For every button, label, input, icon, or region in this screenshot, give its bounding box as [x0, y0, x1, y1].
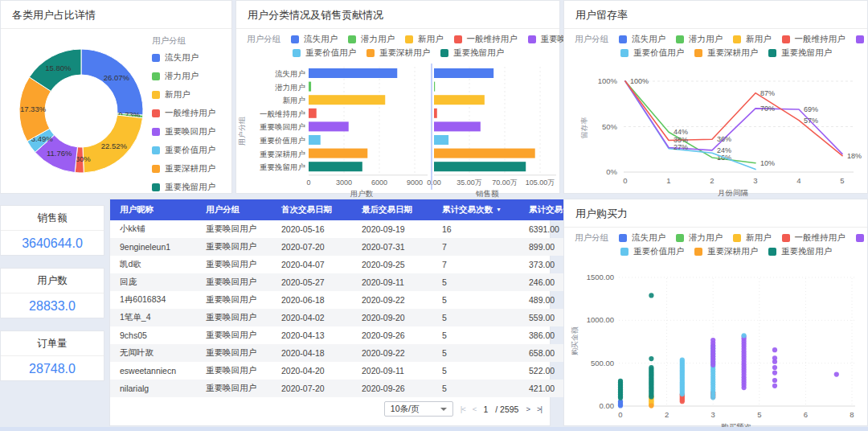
legend-item-新用户[interactable]: 新用户 [405, 34, 444, 45]
scatter-point-重要挽留用户[interactable] [618, 379, 623, 384]
legend-item-潜力用户[interactable]: 潜力用户 [348, 34, 395, 45]
scatter-point-重要价值用户[interactable] [742, 333, 747, 338]
legend-item-流失用户[interactable]: 流失用户 [619, 34, 665, 45]
bar-销售额-重要价值用户[interactable] [434, 135, 448, 145]
bar-用户数-重要唤回用户[interactable] [309, 121, 349, 131]
bar-销售额-重要挽留用户[interactable] [434, 162, 526, 171]
bar-用户数-重要深耕用户[interactable] [309, 149, 367, 158]
legend-item-重要挽留用户[interactable]: 重要挽留用户 [440, 47, 504, 59]
bars-chart[interactable]: 用户分组流失用户潜力用户新用户一般维持用户重要唤回用户重要价值用户重要深耕用户重… [236, 62, 559, 200]
legend-item-一般维持用户[interactable]: 一般维持用户 [454, 34, 518, 45]
scatter-point-重要唤回用户[interactable] [710, 338, 715, 343]
scatter-point-重要挽留用户[interactable] [649, 293, 653, 298]
legend-chip [366, 49, 375, 57]
next-page-icon[interactable]: > [526, 404, 530, 413]
legend-item-流失用户[interactable]: 流失用户 [291, 34, 338, 45]
legend-item-重要挽留用户[interactable]: 重要挽留用户 [152, 182, 215, 193]
legend-item-重要价值用户[interactable]: 重要价值用户 [293, 47, 356, 59]
legend-item-新用户[interactable]: 新用户 [152, 89, 215, 101]
svg-text:潜力用户: 潜力用户 [275, 83, 305, 92]
last-page-icon[interactable]: >| [537, 404, 542, 413]
scatter-chart[interactable]: 购买金额0.00500.001000.001500.00023568购买频次 [564, 261, 867, 431]
scatter-point-重要唤回用户[interactable] [772, 365, 777, 370]
legend-item-重要深耕用户[interactable]: 重要深耕用户 [152, 163, 215, 174]
legend-item-重要价值用户[interactable]: 重要价值用户 [152, 145, 215, 156]
scatter-point-重要挽留用户[interactable] [649, 365, 653, 370]
scatter-point-重要唤回用户[interactable] [772, 384, 777, 388]
svg-text:2: 2 [665, 410, 669, 419]
legend-item-重要挽留用户[interactable]: 重要挽留用户 [768, 47, 832, 59]
bar-销售额-重要深耕用户[interactable] [434, 149, 535, 158]
donut-chart[interactable]: 26.07%0.73%22.52%2.30%11.76%3.49%17.33%1… [1, 29, 152, 195]
table-cell: 5 [432, 291, 519, 309]
donut-slice-流失用户[interactable] [81, 49, 143, 115]
legend-item-潜力用户[interactable]: 潜力用户 [676, 34, 723, 45]
svg-text:57%: 57% [804, 117, 818, 125]
bar-用户数-重要挽留用户[interactable] [309, 162, 362, 171]
bar-销售额-流失用户[interactable] [434, 68, 493, 78]
legend-item-潜力用户[interactable]: 潜力用户 [152, 71, 215, 82]
column-header-1[interactable]: 用户昵称 [110, 199, 196, 220]
table-cell: 2020-09-19 [352, 220, 432, 238]
legend-item-重要唤回用户[interactable]: 重要唤回用户 [856, 232, 868, 244]
page-size-select[interactable]: 10条/页 [384, 401, 453, 417]
legend-item-重要唤回用户[interactable]: 重要唤回用户 [856, 34, 868, 45]
bar-销售额-一般维持用户[interactable] [434, 109, 437, 118]
bar-用户数-新用户[interactable] [309, 95, 385, 105]
bar-用户数-流失用户[interactable] [309, 68, 397, 78]
column-header-4[interactable]: 最后交易日期 [352, 199, 432, 220]
svg-text:15.80%: 15.80% [45, 64, 72, 72]
legend-item-新用户[interactable]: 新用户 [733, 232, 772, 244]
column-header-2[interactable]: 用户分组 [196, 199, 272, 220]
legend-item-一般维持用户[interactable]: 一般维持用户 [782, 232, 845, 244]
scatter-point-重要唤回用户[interactable] [772, 355, 777, 360]
legend-item-潜力用户[interactable]: 潜力用户 [676, 232, 723, 244]
bar-用户数-潜力用户[interactable] [309, 82, 311, 92]
legend-chip [293, 49, 301, 57]
bar-用户数-重要价值用户[interactable] [309, 135, 321, 145]
legend-item-一般维持用户[interactable]: 一般维持用户 [152, 108, 215, 119]
scatter-point-重要价值用户[interactable] [680, 358, 685, 363]
scatter-point-重要挽留用户[interactable] [649, 356, 653, 361]
bar-销售额-重要唤回用户[interactable] [434, 121, 481, 131]
bar-用户数-一般维持用户[interactable] [309, 109, 317, 118]
legend-chip [152, 54, 160, 62]
legend-item-新用户[interactable]: 新用户 [733, 34, 772, 45]
legend-label: 潜力用户 [689, 34, 723, 45]
bar-销售额-潜力用户[interactable] [434, 82, 435, 92]
retention-line-重要价值用户[interactable] [625, 81, 755, 170]
scatter-point-重要唤回用户[interactable] [834, 371, 839, 376]
legend-item-重要挽留用户[interactable]: 重要挽留用户 [768, 246, 832, 257]
sort-desc-icon[interactable]: ▼ [496, 207, 502, 212]
table-cell: 2020-04-02 [272, 309, 352, 326]
legend-item-重要深耕用户[interactable]: 重要深耕用户 [694, 246, 758, 257]
first-page-icon[interactable]: |< [461, 404, 465, 413]
legend-item-重要价值用户[interactable]: 重要价值用户 [620, 47, 684, 59]
table-cell: 2020-09-22 [352, 344, 432, 362]
legend-label: 一般维持用户 [795, 232, 845, 244]
current-page[interactable]: 1 [483, 404, 488, 414]
svg-text:8: 8 [850, 410, 854, 419]
column-header-5[interactable]: 累计交易次数▼ [432, 199, 519, 220]
legend-item-一般维持用户[interactable]: 一般维持用户 [782, 34, 845, 45]
legend-label: 流失用户 [632, 232, 665, 244]
retention-line-chart[interactable]: 留存率100%50%0%012345月份间隔44%16%10%27%24%70%… [564, 62, 867, 200]
table-cell: 2020-09-11 [352, 362, 432, 380]
scatter-point-重要深耕用户[interactable] [649, 403, 653, 408]
legend-chip [152, 109, 160, 117]
scatter-point-重要唤回用户[interactable] [772, 371, 777, 376]
legend-item-重要唤回用户[interactable]: 重要唤回用户 [152, 126, 215, 138]
legend-item-流失用户[interactable]: 流失用户 [152, 52, 215, 64]
legend-item-流失用户[interactable]: 流失用户 [619, 232, 665, 244]
legend-item-重要深耕用户[interactable]: 重要深耕用户 [366, 47, 430, 59]
table-body: 小kk铺重要唤回用户2020-05-162020-09-19166391.009… [110, 220, 609, 397]
legend-item-重要深耕用户[interactable]: 重要深耕用户 [694, 47, 758, 59]
legend-item-重要价值用户[interactable]: 重要价值用户 [620, 246, 684, 257]
legend-chip [291, 35, 299, 43]
bar-销售额-新用户[interactable] [434, 95, 485, 105]
svg-text:一般维持用户: 一般维持用户 [260, 109, 305, 118]
scatter-point-重要唤回用户[interactable] [772, 378, 777, 383]
column-header-3[interactable]: 首次交易日期 [272, 199, 352, 220]
scatter-point-重要唤回用户[interactable] [772, 347, 777, 352]
prev-page-icon[interactable]: < [473, 404, 477, 413]
